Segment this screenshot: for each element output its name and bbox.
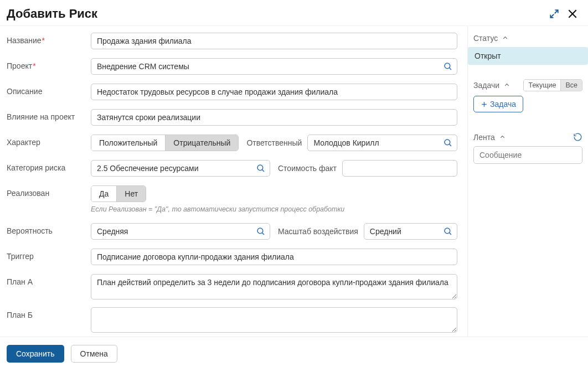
label-plan-a: План А [7, 274, 91, 286]
realized-hint: Если Реализован = "Да", то автоматически… [91, 205, 344, 213]
description-input[interactable] [91, 84, 457, 100]
name-input[interactable] [91, 33, 457, 49]
feed-section-header[interactable]: Лента [473, 132, 582, 142]
save-button[interactable]: Сохранить [7, 345, 64, 363]
page-title: Добавить Риск [7, 7, 97, 21]
trigger-input[interactable] [91, 249, 457, 265]
label-category: Категория риска [7, 160, 91, 172]
label-description: Описание [7, 84, 91, 96]
cancel-button[interactable]: Отмена [71, 345, 117, 363]
svg-point-0 [445, 63, 450, 69]
search-icon[interactable] [443, 138, 453, 148]
svg-point-1 [445, 140, 450, 145]
category-lookup[interactable] [91, 160, 270, 177]
add-task-button[interactable]: Задача [473, 96, 523, 112]
nature-toggle: Положительный Отрицательный [91, 135, 239, 151]
dialog-header: Добавить Риск [0, 0, 588, 25]
label-realized: Реализован [7, 185, 91, 198]
svg-point-3 [257, 228, 263, 234]
nature-positive[interactable]: Положительный [91, 135, 165, 151]
tasks-filter-current[interactable]: Текущие [524, 80, 560, 91]
actual-cost-input[interactable] [342, 160, 457, 177]
realized-yes[interactable]: Да [91, 186, 116, 202]
search-icon[interactable] [443, 226, 453, 236]
label-responsible: Ответственный [246, 138, 302, 147]
status-section-label: Статус [473, 34, 498, 43]
label-nature: Характер [7, 135, 91, 147]
form-main: Название Проект Описание [0, 26, 467, 337]
chevron-up-icon [499, 134, 506, 140]
dialog-body: Название Проект Описание [0, 25, 588, 337]
chevron-up-icon [502, 35, 508, 41]
label-actual-cost: Стоимость факт [278, 164, 337, 173]
plan-b-textarea[interactable] [91, 307, 457, 333]
add-task-label: Задача [490, 100, 516, 108]
realized-no[interactable]: Нет [116, 186, 146, 202]
tasks-filter: Текущие Все [523, 79, 582, 91]
refresh-icon[interactable] [573, 132, 582, 142]
tasks-section-label: Задачи [473, 81, 499, 90]
impact-input[interactable] [91, 109, 457, 126]
search-icon[interactable] [256, 163, 266, 173]
dialog-footer: Сохранить Отмена [0, 337, 588, 370]
label-plan-b: План Б [7, 307, 91, 319]
label-probability: Вероятность [7, 223, 91, 235]
label-name: Название [7, 33, 91, 45]
label-impact: Влияние на проект [7, 109, 91, 121]
header-actions [549, 8, 578, 19]
search-icon[interactable] [256, 226, 266, 236]
responsible-lookup[interactable] [307, 135, 457, 151]
plus-icon [481, 101, 488, 108]
probability-lookup[interactable] [91, 223, 270, 240]
tasks-section-header[interactable]: Задачи Текущие Все [473, 79, 582, 91]
chevron-up-icon [504, 82, 510, 88]
tasks-filter-all[interactable]: Все [560, 80, 582, 91]
realized-toggle: Да Нет [91, 185, 146, 202]
label-project: Проект [7, 58, 91, 70]
close-icon[interactable] [567, 8, 578, 19]
label-scale: Масштаб воздействия [278, 227, 358, 236]
plan-a-textarea[interactable] [91, 274, 457, 299]
side-panel: Статус Открыт Задачи Текущие Все [467, 26, 588, 337]
label-trigger: Триггер [7, 249, 91, 261]
expand-icon[interactable] [549, 9, 559, 19]
search-icon[interactable] [443, 61, 453, 71]
status-section-header[interactable]: Статус [473, 34, 582, 43]
nature-negative[interactable]: Отрицательный [165, 135, 238, 151]
feed-message-input[interactable] [473, 146, 582, 164]
project-lookup[interactable] [91, 58, 457, 75]
svg-point-4 [445, 228, 450, 234]
feed-section-label: Лента [473, 133, 495, 142]
status-badge[interactable]: Открыт [468, 47, 588, 65]
svg-point-2 [257, 165, 263, 170]
